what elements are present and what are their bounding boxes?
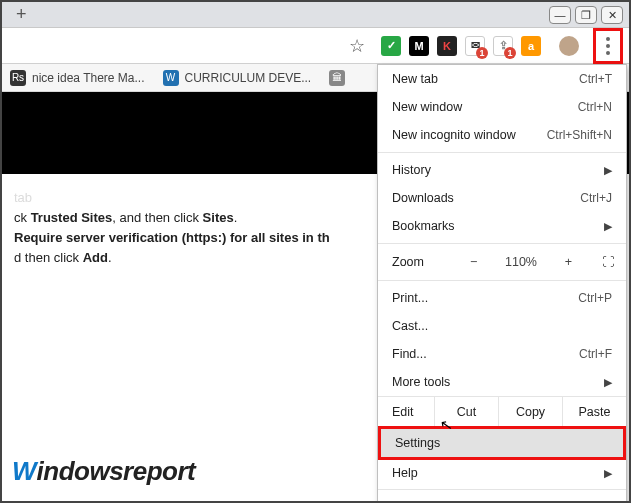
shortcut: Ctrl+P (578, 291, 612, 305)
highlight-settings: Settings (378, 426, 626, 460)
window-controls: — ❐ ✕ (549, 6, 623, 24)
minimize-button[interactable]: — (549, 6, 571, 24)
bookmark-favicon: Rs (10, 70, 26, 86)
badge: 1 (504, 47, 516, 59)
close-button[interactable]: ✕ (601, 6, 623, 24)
zoom-out-button[interactable]: − (450, 255, 497, 269)
bookmark-item[interactable]: W CURRICULUM DEVE... (163, 70, 312, 86)
save-icon[interactable]: ⇪1 (493, 36, 513, 56)
bookmark-item[interactable]: 🏛 (329, 70, 345, 86)
bookmark-item[interactable]: Rs nice idea There Ma... (10, 70, 145, 86)
chrome-menu: New tabCtrl+T New windowCtrl+N New incog… (377, 64, 627, 503)
profile-avatar-icon[interactable] (559, 36, 579, 56)
highlight-menu-button (593, 28, 623, 64)
menu-item-exit[interactable]: Exit (378, 493, 626, 503)
shortcut: Ctrl+T (579, 72, 612, 86)
k-icon[interactable]: K (437, 36, 457, 56)
edit-copy-button[interactable]: Copy (498, 397, 562, 426)
chrome-menu-button[interactable] (600, 33, 616, 59)
bookmark-label: CURRICULUM DEVE... (185, 71, 312, 85)
bookmark-favicon: W (163, 70, 179, 86)
menu-zoom-row: Zoom − 110% + ⛶ (378, 247, 626, 277)
zoom-in-button[interactable]: + (545, 255, 592, 269)
shortcut: Ctrl+F (579, 347, 612, 361)
toolbar: ☆ ✓ M K ✉1 ⇪1 a (2, 28, 629, 64)
edit-paste-button[interactable]: Paste (562, 397, 626, 426)
menu-item-print[interactable]: Print...Ctrl+P (378, 284, 626, 312)
m-icon[interactable]: M (409, 36, 429, 56)
edit-cut-button[interactable]: Cut (434, 397, 498, 426)
menu-item-find[interactable]: Find...Ctrl+F (378, 340, 626, 368)
chevron-right-icon: ▶ (604, 376, 612, 389)
shortcut: Ctrl+J (580, 191, 612, 205)
zoom-label: Zoom (378, 255, 450, 269)
maximize-button[interactable]: ❐ (575, 6, 597, 24)
menu-item-history[interactable]: History▶ (378, 156, 626, 184)
menu-item-bookmarks[interactable]: Bookmarks▶ (378, 212, 626, 240)
menu-item-newwindow[interactable]: New windowCtrl+N (378, 93, 626, 121)
chevron-right-icon: ▶ (604, 220, 612, 233)
menu-item-incognito[interactable]: New incognito windowCtrl+Shift+N (378, 121, 626, 149)
menu-edit-row: Edit Cut Copy Paste (378, 396, 626, 426)
menu-item-help[interactable]: Help▶ (378, 460, 626, 486)
menu-item-downloads[interactable]: DownloadsCtrl+J (378, 184, 626, 212)
chevron-right-icon: ▶ (604, 164, 612, 177)
badge: 1 (476, 47, 488, 59)
new-tab-button[interactable]: + (8, 4, 35, 25)
mail-icon[interactable]: ✉1 (465, 36, 485, 56)
bookmark-star-icon[interactable]: ☆ (349, 35, 373, 57)
menu-item-newtab[interactable]: New tabCtrl+T (378, 65, 626, 93)
tab-strip: + (2, 2, 629, 28)
edit-label: Edit (378, 397, 434, 426)
bookmark-label: nice idea There Ma... (32, 71, 145, 85)
grammarly-icon[interactable]: ✓ (381, 36, 401, 56)
menu-item-settings[interactable]: Settings (381, 429, 623, 457)
menu-item-moretools[interactable]: More tools▶ (378, 368, 626, 396)
menu-item-cast[interactable]: Cast... (378, 312, 626, 340)
shortcut: Ctrl+N (578, 100, 612, 114)
windowsreport-logo: Windowsreport (12, 456, 195, 487)
shortcut: Ctrl+Shift+N (547, 128, 612, 142)
bookmark-favicon: 🏛 (329, 70, 345, 86)
zoom-value: 110% (497, 255, 544, 269)
chevron-right-icon: ▶ (604, 467, 612, 480)
fullscreen-icon[interactable]: ⛶ (592, 255, 626, 269)
amazon-icon[interactable]: a (521, 36, 541, 56)
